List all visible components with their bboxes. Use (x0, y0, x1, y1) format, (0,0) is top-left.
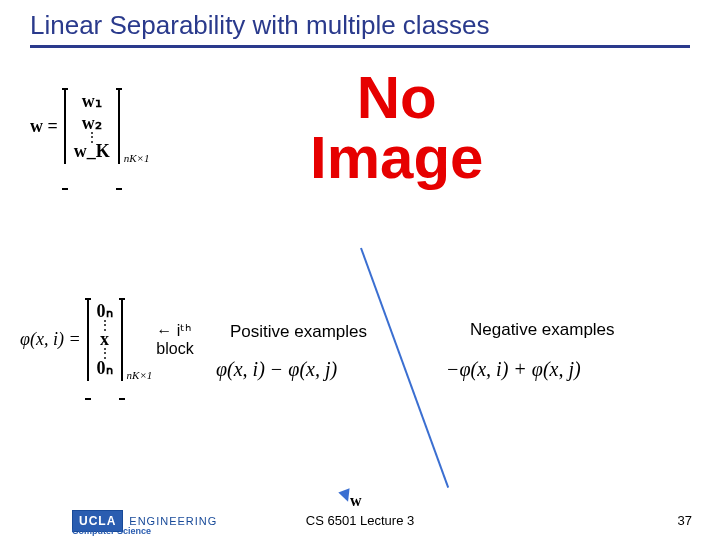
positive-expression: φ(x, i) − φ(x, j) (216, 358, 337, 381)
phi-row-vd2: ⋮ (98, 350, 112, 357)
no-image-placeholder: No Image (310, 68, 483, 188)
title-bar: Linear Separability with multiple classe… (30, 10, 690, 48)
no-image-line-2: Image (310, 128, 483, 188)
content-area: w = w₁ w₂ ⋮ w_K nK×1 No Image φ(x, i) = (30, 58, 690, 498)
w-row-1: w₁ (82, 90, 102, 112)
w-lhs: w = (30, 116, 58, 137)
page-number: 37 (678, 513, 692, 528)
phi-block-label: block (156, 340, 193, 358)
w-row-vdots: ⋮ (85, 134, 99, 141)
lecture-label: CS 6501 Lecture 3 (306, 513, 414, 528)
phi-lhs: φ(x, i) = (20, 329, 81, 350)
slide-title: Linear Separability with multiple classe… (30, 10, 690, 41)
slide: Linear Separability with multiple classe… (0, 0, 720, 540)
positive-heading: Positive examples (230, 322, 367, 342)
w-definition: w = w₁ w₂ ⋮ w_K nK×1 (30, 88, 150, 164)
phi-row-vd1: ⋮ (98, 322, 112, 329)
phi-row-0b: 0ₙ (97, 357, 113, 379)
phi-definition: φ(x, i) = 0ₙ ⋮ x ⋮ 0ₙ nK×1 ← iᵗʰ block (20, 298, 194, 381)
negative-expression: −φ(x, i) + φ(x, j) (446, 358, 581, 381)
w-row-k: w_K (74, 141, 110, 162)
phi-ith-arrow: ← iᵗʰ (156, 321, 191, 340)
footer: UCLA ENGINEERING Computer Science CS 650… (0, 494, 720, 534)
phi-dim: nK×1 (127, 369, 153, 381)
w-bracket: w₁ w₂ ⋮ w_K (62, 88, 122, 164)
negative-heading: Negative examples (470, 320, 615, 340)
phi-bracket: 0ₙ ⋮ x ⋮ 0ₙ (85, 298, 125, 381)
cs-dept-text: Computer Science (72, 526, 151, 536)
phi-arrow-note: ← iᵗʰ block (156, 321, 193, 358)
separating-axis-line (360, 248, 449, 488)
no-image-line-1: No (310, 68, 483, 128)
w-dim: nK×1 (124, 152, 150, 164)
